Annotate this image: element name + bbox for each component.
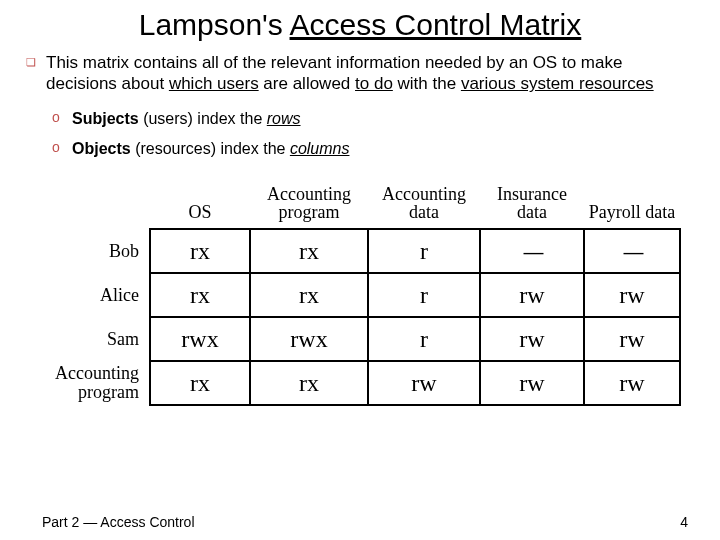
bullet-square-icon: ❏ <box>26 52 38 95</box>
matrix-cell: rw <box>584 317 680 361</box>
matrix-cell: — <box>480 229 584 273</box>
bullet-text: Objects (resources) index the columns <box>66 139 349 159</box>
row-header: Sam <box>40 317 150 361</box>
col-header: Accounting data <box>368 181 480 230</box>
table-row: Accounting program rx rx rw rw rw <box>40 361 680 405</box>
text-fragment: (users) index the <box>139 110 267 127</box>
page-title: Lampson's Access Control Matrix <box>0 8 720 42</box>
text-italic-underline: columns <box>290 140 350 157</box>
bullet-o-icon: o <box>52 109 66 129</box>
matrix-header-row: OS Accounting program Accounting data In… <box>40 181 680 230</box>
matrix-corner <box>40 181 150 230</box>
bullet-text: Subjects (users) index the rows <box>66 109 301 129</box>
bullet-level2: o Objects (resources) index the columns <box>52 139 694 159</box>
matrix-cell: rw <box>480 317 584 361</box>
matrix-cell: rwx <box>250 317 368 361</box>
text-fragment: with the <box>393 74 461 93</box>
col-header: Accounting program <box>250 181 368 230</box>
bullet-level1: ❏ This matrix contains all of the releva… <box>26 52 694 95</box>
matrix-cell: r <box>368 229 480 273</box>
bullet-list: ❏ This matrix contains all of the releva… <box>0 52 720 159</box>
access-matrix: OS Accounting program Accounting data In… <box>40 181 680 407</box>
page-number: 4 <box>680 514 688 530</box>
matrix-cell: rx <box>150 361 250 405</box>
matrix-cell: rx <box>150 229 250 273</box>
matrix-cell: rx <box>150 273 250 317</box>
text-fragment: Access Control <box>97 514 194 530</box>
slide-footer: Part 2 — Access Control 4 <box>0 514 720 530</box>
em-dash-icon: — <box>83 514 97 530</box>
col-header: Insurance data <box>480 181 584 230</box>
text-bold: Subjects <box>72 110 139 127</box>
col-header: Payroll data <box>584 181 680 230</box>
matrix-table: OS Accounting program Accounting data In… <box>40 181 681 407</box>
matrix-cell: rw <box>368 361 480 405</box>
matrix-cell: rwx <box>150 317 250 361</box>
bullet-level2: o Subjects (users) index the rows <box>52 109 694 129</box>
matrix-cell: rw <box>480 361 584 405</box>
row-header: Accounting program <box>40 361 150 405</box>
text-italic-underline: rows <box>267 110 301 127</box>
row-header: Alice <box>40 273 150 317</box>
matrix-cell: rw <box>480 273 584 317</box>
matrix-cell: rx <box>250 229 368 273</box>
text-fragment: are allowed <box>259 74 355 93</box>
matrix-cell: rw <box>584 273 680 317</box>
matrix-cell: rx <box>250 361 368 405</box>
text-fragment: (resources) index the <box>131 140 290 157</box>
matrix-cell: rx <box>250 273 368 317</box>
table-row: Alice rx rx r rw rw <box>40 273 680 317</box>
matrix-cell: rw <box>584 361 680 405</box>
matrix-cell: r <box>368 273 480 317</box>
col-header: OS <box>150 181 250 230</box>
matrix-cell: — <box>584 229 680 273</box>
footer-left: Part 2 — Access Control <box>42 514 195 530</box>
slide: Lampson's Access Control Matrix ❏ This m… <box>0 0 720 540</box>
text-fragment: Part 2 <box>42 514 83 530</box>
em-dash-icon: — <box>524 241 541 263</box>
text-bold: Objects <box>72 140 131 157</box>
em-dash-icon: — <box>624 241 641 263</box>
row-header: Bob <box>40 229 150 273</box>
text-underline: which users <box>169 74 259 93</box>
text-underline: to do <box>355 74 393 93</box>
bullet-text: This matrix contains all of the relevant… <box>38 52 694 95</box>
bullet-o-icon: o <box>52 139 66 159</box>
title-prefix: Lampson's <box>139 8 290 41</box>
table-row: Bob rx rx r — — <box>40 229 680 273</box>
matrix-cell: r <box>368 317 480 361</box>
table-row: Sam rwx rwx r rw rw <box>40 317 680 361</box>
text-underline: various system resources <box>461 74 654 93</box>
title-main: Access Control Matrix <box>290 8 582 41</box>
